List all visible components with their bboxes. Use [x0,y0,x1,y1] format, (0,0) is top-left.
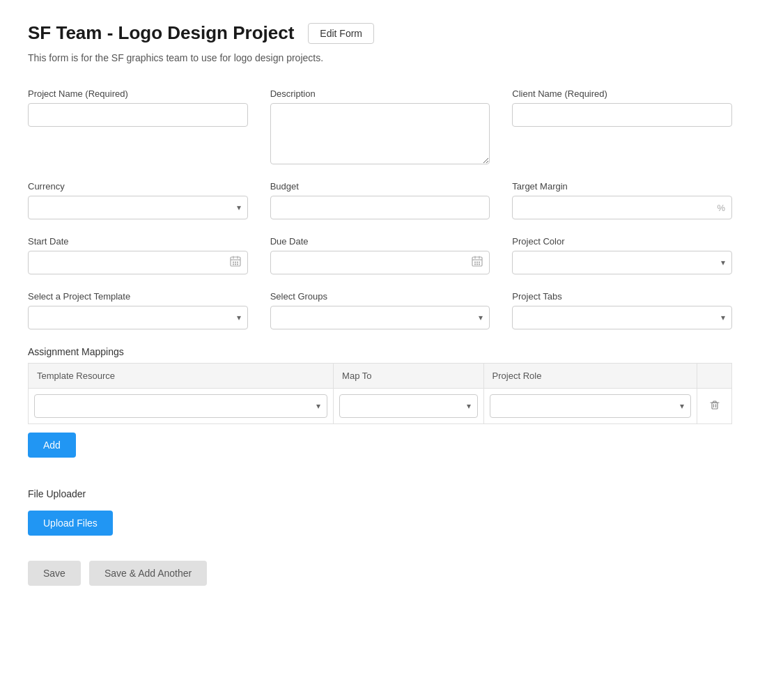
form-row-3: Start Date Due Date [28,236,732,274]
form-row-4: Select a Project Template ▾ Select Group… [28,291,732,329]
groups-label: Select Groups [270,291,490,302]
template-select-wrapper: ▾ [28,306,248,329]
groups-select[interactable] [270,306,490,329]
currency-select-wrapper: USD EUR GBP ▾ [28,196,248,219]
edit-form-button[interactable]: Edit Form [308,23,374,44]
project-color-field: Project Color Red Blue Green ▾ [512,236,732,274]
trash-icon [709,399,720,410]
template-field: Select a Project Template ▾ [28,291,248,329]
description-field: Description [270,88,490,164]
add-row-button[interactable]: Add [28,433,76,458]
project-tabs-field: Project Tabs ▾ [512,291,732,329]
due-date-input[interactable] [270,251,490,274]
delete-cell [697,389,732,424]
groups-field: Select Groups ▾ [270,291,490,329]
budget-input[interactable] [270,196,490,219]
start-date-input[interactable] [28,251,248,274]
project-name-field: Project Name (Required) [28,88,248,164]
project-tabs-label: Project Tabs [512,291,732,302]
col-map-to: Map To [334,364,484,389]
target-margin-field: Target Margin % [512,181,732,219]
col-actions [697,364,732,389]
col-project-role: Project Role [483,364,697,389]
form-actions: Save Save & Add Another [28,561,732,586]
currency-select[interactable]: USD EUR GBP [28,196,248,219]
upload-files-button[interactable]: Upload Files [28,511,113,536]
project-tabs-select[interactable] [512,306,732,329]
col-template-resource: Template Resource [29,364,334,389]
start-date-wrapper [28,251,248,274]
groups-select-wrapper: ▾ [270,306,490,329]
map-to-cell: ▾ [334,389,484,424]
assignment-table-row: ▾ ▾ ▾ [29,389,732,424]
currency-field: Currency USD EUR GBP ▾ [28,181,248,219]
assignment-mappings-title: Assignment Mappings [28,346,732,357]
project-color-select-wrapper: Red Blue Green ▾ [512,251,732,274]
delete-row-button[interactable] [706,396,723,416]
project-tabs-select-wrapper: ▾ [512,306,732,329]
project-role-select-wrapper: ▾ [490,394,691,418]
due-date-wrapper [270,251,490,274]
page-header: SF Team - Logo Design Project Edit Form [28,22,732,44]
project-role-cell: ▾ [483,389,697,424]
template-label: Select a Project Template [28,291,248,302]
currency-label: Currency [28,181,248,192]
client-name-field: Client Name (Required) [512,88,732,164]
template-resource-select-wrapper: ▾ [34,394,327,418]
start-date-label: Start Date [28,236,248,247]
description-label: Description [270,88,490,99]
save-add-another-button[interactable]: Save & Add Another [89,561,207,586]
percent-suffix: % [717,203,725,213]
due-date-label: Due Date [270,236,490,247]
template-resource-select[interactable] [34,394,327,418]
file-uploader-section: File Uploader Upload Files [28,488,732,536]
target-margin-label: Target Margin [512,181,732,192]
start-date-field: Start Date [28,236,248,274]
budget-field: Budget [270,181,490,219]
map-to-select-wrapper: ▾ [339,394,478,418]
project-name-input[interactable] [28,103,248,127]
svg-rect-14 [712,403,718,409]
assignment-table-header-row: Template Resource Map To Project Role [29,364,732,389]
due-date-field: Due Date [270,236,490,274]
file-uploader-label: File Uploader [28,488,732,499]
client-name-label: Client Name (Required) [512,88,732,99]
template-resource-cell: ▾ [29,389,334,424]
form-row-1: Project Name (Required) Description Clie… [28,88,732,164]
project-color-select[interactable]: Red Blue Green [512,251,732,274]
target-margin-wrapper: % [512,196,732,219]
assignment-mappings-table: Template Resource Map To Project Role ▾ [28,363,732,424]
project-color-label: Project Color [512,236,732,247]
project-name-label: Project Name (Required) [28,88,248,99]
save-button[interactable]: Save [28,561,81,586]
map-to-select[interactable] [339,394,478,418]
page-description: This form is for the SF graphics team to… [28,52,732,63]
budget-label: Budget [270,181,490,192]
client-name-input[interactable] [512,103,732,127]
page-title: SF Team - Logo Design Project [28,22,294,44]
project-role-select[interactable] [490,394,691,418]
assignment-mappings-section: Assignment Mappings Template Resource Ma… [28,346,732,474]
form-row-2: Currency USD EUR GBP ▾ Budget Target Mar… [28,181,732,219]
template-select[interactable] [28,306,248,329]
target-margin-input[interactable] [512,196,732,219]
description-input[interactable] [270,103,490,164]
